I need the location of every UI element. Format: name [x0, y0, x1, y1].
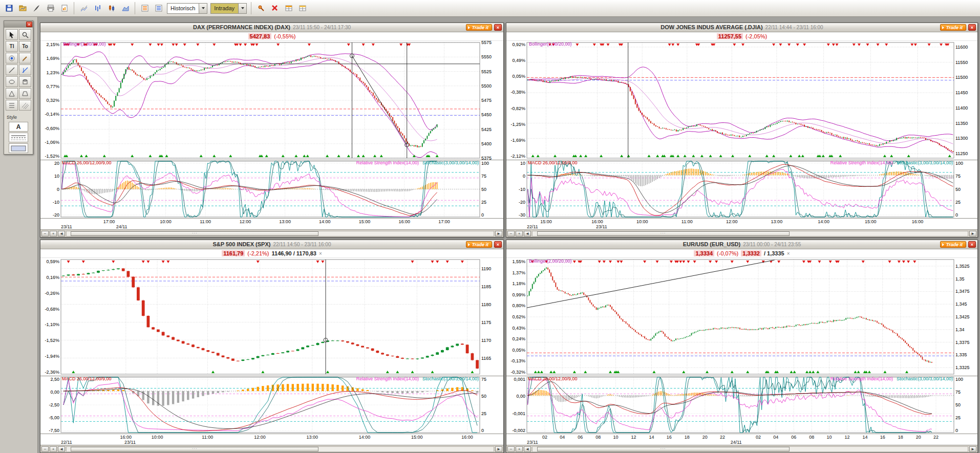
annotate-button[interactable]	[30, 2, 43, 15]
layout-grid2-button[interactable]	[296, 2, 309, 15]
remove-button[interactable]	[268, 2, 281, 15]
svg-text:10: 10	[520, 161, 525, 166]
window-close-button[interactable]: ×	[968, 24, 976, 31]
page-chart-icon	[60, 4, 69, 12]
zoom-out-button[interactable]: −	[507, 231, 515, 236]
window-titlebar[interactable]: EUR/USD (EUR_USD)23/11 00:00 - 24/11 23:…	[506, 240, 977, 249]
scrollbar-thumb[interactable]: ···	[71, 447, 318, 451]
candle-chart-type-button[interactable]	[105, 2, 118, 15]
svg-text:0,24%: 0,24%	[512, 336, 525, 341]
window-close-button[interactable]: ×	[494, 241, 502, 248]
price-chart-dax[interactable]: Bollinger(2,00/20,00)5575555055255500547…	[40, 41, 503, 160]
scrollbar-track[interactable]: ···	[532, 231, 968, 236]
red-x-icon	[271, 4, 279, 12]
open-chart-button[interactable]	[16, 2, 29, 15]
export-chart-button[interactable]	[58, 2, 71, 15]
scroll-right-button[interactable]: ►	[495, 231, 502, 236]
zoom-tool[interactable]	[19, 29, 31, 40]
area-chart-type-button[interactable]	[119, 2, 132, 15]
polygon-tool[interactable]	[19, 88, 31, 99]
svg-text:11250: 11250	[955, 151, 968, 156]
palette-close-button[interactable]: ×	[26, 21, 32, 27]
fibonacci-tool[interactable]	[6, 100, 18, 111]
list-orange-icon	[141, 4, 149, 12]
scroll-left-button[interactable]: ◄	[58, 231, 65, 236]
trendline-tool[interactable]	[6, 64, 18, 75]
bollinger-label: Bollinger(2,00/20,00)	[529, 41, 572, 47]
window-titlebar[interactable]: DAX (PERFORMANCE INDEX) (DAX)23/11 15:50…	[40, 23, 503, 32]
printer-icon	[47, 4, 55, 12]
scrollbar-thumb[interactable]: ···	[71, 231, 318, 236]
trade-it-button[interactable]: Trade it	[940, 24, 966, 31]
interval-dropdown[interactable]: Intraday	[210, 3, 247, 14]
scrollbar-track[interactable]: ···	[532, 446, 968, 452]
scroll-left-button[interactable]: ◄	[524, 446, 531, 452]
window-close-button[interactable]: ×	[968, 241, 976, 248]
scrollbar-track[interactable]: ···	[66, 231, 494, 236]
history-dropdown[interactable]: Historisch	[167, 3, 207, 14]
trade-it-button[interactable]: Trade it	[466, 24, 492, 31]
quote-list-button[interactable]	[138, 2, 151, 15]
line-style-box[interactable]	[9, 133, 28, 142]
indicator-panel-djia[interactable]: MACD 26,00/12,00/9,00 Relative Strength …	[506, 160, 977, 218]
fill-style-box[interactable]	[9, 143, 28, 153]
text-tool[interactable]: TI	[6, 41, 18, 52]
scroll-left-button[interactable]: ◄	[58, 446, 65, 452]
zoom-in-button[interactable]: +	[50, 446, 57, 452]
zoom-out-button[interactable]: −	[41, 446, 49, 452]
svg-text:50: 50	[955, 186, 961, 191]
last-price: 11257,55	[717, 33, 743, 39]
svg-text:-0,14%: -0,14%	[45, 112, 59, 117]
svg-text:1190: 1190	[481, 266, 491, 271]
triangle-tool[interactable]	[6, 88, 18, 99]
crossline-tool[interactable]	[19, 64, 31, 75]
select-tool[interactable]	[6, 29, 18, 40]
zoom-in-button[interactable]: +	[516, 446, 523, 452]
zoom-out-button[interactable]: −	[41, 231, 49, 236]
scroll-right-button[interactable]: ►	[495, 446, 502, 452]
trade-it-button[interactable]: Trade it	[466, 241, 492, 248]
window-close-button[interactable]: ×	[494, 24, 502, 31]
font-style-box[interactable]: A	[9, 122, 28, 132]
cylinder-tool[interactable]	[19, 76, 31, 87]
trade-it-button[interactable]: Trade it	[940, 241, 966, 248]
floppy-icon	[5, 4, 13, 12]
quote-dismiss-icon[interactable]: ×	[319, 251, 322, 256]
line-chart-type-button[interactable]	[77, 2, 90, 15]
price-chart-djia[interactable]: Bollinger(2,00/20,00)1160011550115001145…	[506, 41, 977, 160]
indicator-panel-eurusd[interactable]: MACD 26,00/12,00/9,00 Relative Strength …	[506, 376, 977, 434]
pin-button[interactable]	[254, 2, 267, 15]
scrollbar-track[interactable]: ···	[66, 446, 494, 452]
indicator-panel-spx[interactable]: MACD 26,00/12,00/9,00 Relative Strength …	[40, 376, 503, 434]
price-chart-spx[interactable]: 1190118511801175117011650,59%0,16%-0,26%…	[40, 258, 503, 376]
scrollbar-thumb[interactable]: ···	[537, 447, 790, 451]
scroll-left-button[interactable]: ◄	[524, 231, 531, 236]
zoom-out-button[interactable]: −	[507, 446, 515, 452]
zoom-in-button[interactable]: +	[516, 231, 523, 236]
svg-text:0: 0	[481, 212, 484, 218]
pencil-tool[interactable]	[19, 53, 31, 63]
indicator-panel-dax[interactable]: MACD 26,00/12,00/9,00 Relative Strength …	[40, 160, 503, 218]
quote-dismiss-icon[interactable]: ×	[787, 251, 790, 256]
svg-text:11400: 11400	[955, 105, 968, 111]
eye-tool[interactable]	[6, 53, 18, 63]
window-titlebar[interactable]: S&P 500 INDEX (SPX)22/11 14:50 - 23/11 1…	[40, 240, 503, 249]
zoom-in-button[interactable]: +	[50, 231, 57, 236]
ellipse-tool[interactable]	[6, 76, 18, 87]
layout-grid-button[interactable]	[282, 2, 295, 15]
svg-text:0,05%: 0,05%	[512, 348, 525, 353]
scroll-right-button[interactable]: ►	[969, 231, 976, 236]
scroll-right-button[interactable]: ►	[969, 446, 976, 452]
date-tick-label: 24/11	[116, 224, 127, 229]
parallel-lines-tool[interactable]	[19, 100, 31, 111]
ohlc-chart-type-button[interactable]	[91, 2, 104, 15]
save-button[interactable]	[3, 2, 15, 15]
palette-titlebar[interactable]: ×	[4, 21, 33, 28]
price-chart-eurusd[interactable]: Bollinger(2,00/20,00)1,35251,351,34751,3…	[506, 258, 977, 376]
window-titlebar[interactable]: DOW JONES INDUS AVERAGE (.DJIA)22/11 14:…	[506, 23, 977, 32]
watchlist-button[interactable]	[152, 2, 165, 15]
text-label-tool[interactable]: To	[19, 41, 31, 52]
print-button[interactable]	[44, 2, 57, 15]
scrollbar-thumb[interactable]: ···	[537, 231, 790, 236]
palette-tools: TI To	[4, 28, 33, 112]
